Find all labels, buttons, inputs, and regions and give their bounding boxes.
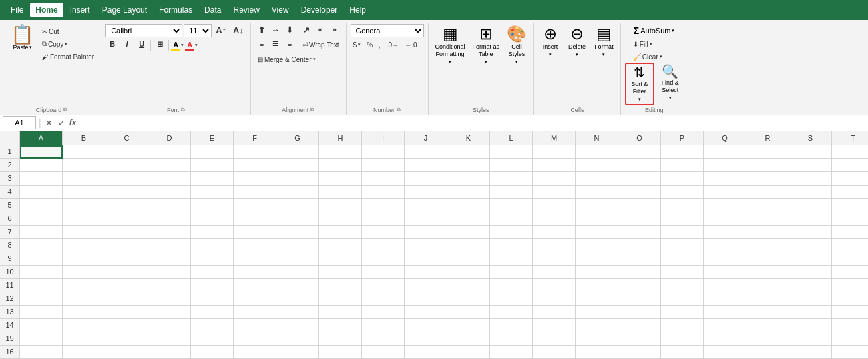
row-num-15[interactable]: 15 xyxy=(0,332,20,346)
cell-A15[interactable] xyxy=(20,332,63,346)
cell-H6[interactable] xyxy=(319,212,362,226)
cell-D5[interactable] xyxy=(148,199,191,212)
cell-S5[interactable] xyxy=(789,199,832,212)
cell-T8[interactable] xyxy=(832,239,868,252)
cell-A2[interactable] xyxy=(20,159,63,172)
cell-T11[interactable] xyxy=(832,279,868,292)
cell-H12[interactable] xyxy=(319,292,362,306)
row-num-5[interactable]: 5 xyxy=(0,199,20,212)
cell-K5[interactable] xyxy=(447,199,490,212)
sort-filter-button[interactable]: ⇅ Sort &Filter ▾ xyxy=(626,64,653,104)
cell-O9[interactable] xyxy=(618,252,661,266)
col-header-F[interactable]: F xyxy=(234,131,276,145)
cell-R12[interactable] xyxy=(746,292,789,306)
cell-S2[interactable] xyxy=(789,159,832,172)
cell-K13[interactable] xyxy=(447,306,490,319)
cell-O5[interactable] xyxy=(618,199,661,212)
cell-F9[interactable] xyxy=(234,252,276,266)
indent-increase-button[interactable]: » xyxy=(328,24,341,37)
cell-H1[interactable] xyxy=(319,145,362,159)
cell-R5[interactable] xyxy=(746,199,789,212)
align-center-button[interactable]: ☰ xyxy=(269,39,282,52)
cell-T5[interactable] xyxy=(832,199,868,212)
alignment-expand-icon[interactable]: ⧉ xyxy=(310,107,314,113)
cell-S4[interactable] xyxy=(789,186,832,199)
cell-D14[interactable] xyxy=(148,319,191,332)
cell-T6[interactable] xyxy=(832,212,868,226)
cell-L5[interactable] xyxy=(490,199,533,212)
comma-button[interactable]: , xyxy=(376,39,383,51)
row-num-14[interactable]: 14 xyxy=(0,319,20,332)
cell-F1[interactable] xyxy=(234,145,276,159)
cell-H13[interactable] xyxy=(319,306,362,319)
paste-button[interactable]: 📋 Paste ▾ xyxy=(7,24,38,52)
borders-button[interactable]: ⊞ xyxy=(153,39,166,52)
cell-E5[interactable] xyxy=(191,199,234,212)
cell-A12[interactable] xyxy=(20,292,63,306)
cell-N5[interactable] xyxy=(576,199,618,212)
cell-P16[interactable] xyxy=(661,346,704,359)
cell-O11[interactable] xyxy=(618,279,661,292)
cell-O13[interactable] xyxy=(618,306,661,319)
cell-K6[interactable] xyxy=(447,212,490,226)
cell-S8[interactable] xyxy=(789,239,832,252)
cell-R14[interactable] xyxy=(746,319,789,332)
cell-F8[interactable] xyxy=(234,239,276,252)
cell-L6[interactable] xyxy=(490,212,533,226)
cell-D6[interactable] xyxy=(148,212,191,226)
cell-S1[interactable] xyxy=(789,145,832,159)
cell-R13[interactable] xyxy=(746,306,789,319)
cell-Q8[interactable] xyxy=(704,239,746,252)
col-header-G[interactable]: G xyxy=(276,131,319,145)
cell-J13[interactable] xyxy=(405,306,447,319)
cell-J14[interactable] xyxy=(405,319,447,332)
cell-P8[interactable] xyxy=(661,239,704,252)
cell-H16[interactable] xyxy=(319,346,362,359)
cell-T7[interactable] xyxy=(832,226,868,239)
cell-R1[interactable] xyxy=(746,145,789,159)
cell-K10[interactable] xyxy=(447,266,490,279)
cell-S10[interactable] xyxy=(789,266,832,279)
cell-C5[interactable] xyxy=(105,199,148,212)
font-grow-button[interactable]: A↑ xyxy=(213,24,229,37)
cell-C10[interactable] xyxy=(105,266,148,279)
cell-N3[interactable] xyxy=(576,172,618,186)
cell-C11[interactable] xyxy=(105,279,148,292)
cell-P15[interactable] xyxy=(661,332,704,346)
cell-N11[interactable] xyxy=(576,279,618,292)
cell-A11[interactable] xyxy=(20,279,63,292)
cell-G14[interactable] xyxy=(276,319,319,332)
cell-L10[interactable] xyxy=(490,266,533,279)
align-left-button[interactable]: ≡ xyxy=(255,39,268,52)
cell-F11[interactable] xyxy=(234,279,276,292)
formula-input[interactable] xyxy=(79,118,865,127)
cell-I15[interactable] xyxy=(362,332,405,346)
cell-E14[interactable] xyxy=(191,319,234,332)
cell-O8[interactable] xyxy=(618,239,661,252)
cell-K3[interactable] xyxy=(447,172,490,186)
cell-Q4[interactable] xyxy=(704,186,746,199)
cell-S9[interactable] xyxy=(789,252,832,266)
col-header-O[interactable]: O xyxy=(618,131,661,145)
cell-P11[interactable] xyxy=(661,279,704,292)
cell-A8[interactable] xyxy=(20,239,63,252)
cell-R2[interactable] xyxy=(746,159,789,172)
cell-I1[interactable] xyxy=(362,145,405,159)
cell-O12[interactable] xyxy=(618,292,661,306)
cell-Q5[interactable] xyxy=(704,199,746,212)
cell-Q13[interactable] xyxy=(704,306,746,319)
cell-H7[interactable] xyxy=(319,226,362,239)
cell-O2[interactable] xyxy=(618,159,661,172)
cell-R15[interactable] xyxy=(746,332,789,346)
cell-H8[interactable] xyxy=(319,239,362,252)
cell-G13[interactable] xyxy=(276,306,319,319)
cell-H4[interactable] xyxy=(319,186,362,199)
cell-M1[interactable] xyxy=(533,145,576,159)
cell-P5[interactable] xyxy=(661,199,704,212)
cell-T15[interactable] xyxy=(832,332,868,346)
font-size-select[interactable]: 11 xyxy=(184,24,212,37)
cell-A10[interactable] xyxy=(20,266,63,279)
cell-G2[interactable] xyxy=(276,159,319,172)
cell-E7[interactable] xyxy=(191,226,234,239)
merge-center-button[interactable]: ⊟ Merge & Center ▾ xyxy=(255,53,322,65)
